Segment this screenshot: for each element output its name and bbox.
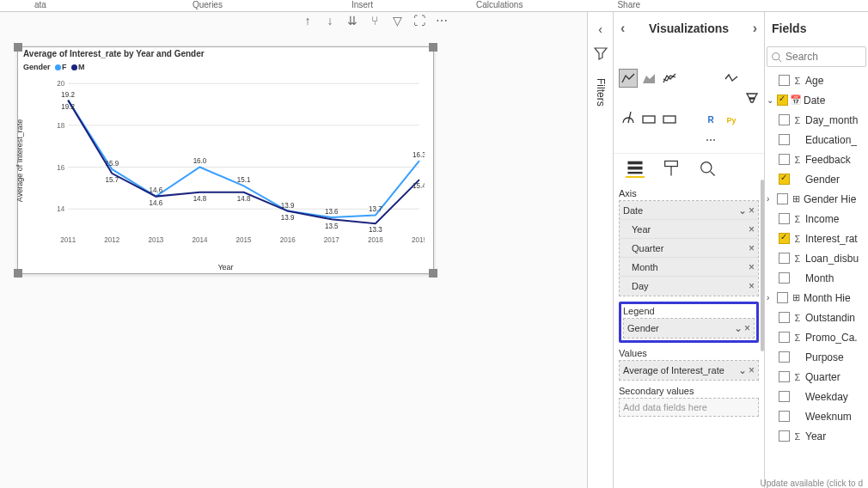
viz-type-icon[interactable]: Py — [722, 110, 741, 129]
field-group[interactable]: ⌄📅Date — [765, 90, 868, 110]
scrollbar-thumb[interactable] — [761, 180, 764, 351]
field-item[interactable]: ΣIncome — [765, 209, 868, 229]
resize-handle[interactable] — [429, 269, 437, 278]
status-bar[interactable]: Update available (click to d — [760, 479, 863, 488]
axis-well-item[interactable]: Year× — [620, 220, 758, 239]
viz-type-icon[interactable] — [619, 110, 638, 129]
resize-handle[interactable] — [14, 43, 22, 52]
remove-icon[interactable]: × — [749, 364, 755, 376]
viz-type-icon[interactable]: 123 — [639, 110, 658, 129]
viz-type-icon[interactable] — [619, 89, 638, 108]
field-checkbox[interactable] — [779, 312, 790, 323]
fields-search-input[interactable]: Search — [767, 46, 866, 67]
ribbon-tab[interactable]: Calculations — [476, 0, 523, 11]
field-checkbox[interactable] — [779, 134, 790, 145]
field-checkbox[interactable] — [779, 351, 790, 363]
viz-type-icon[interactable] — [639, 48, 658, 67]
filters-funnel-icon[interactable] — [594, 46, 608, 63]
remove-icon[interactable]: × — [749, 242, 755, 254]
axis-well-item[interactable]: Quarter× — [620, 239, 758, 258]
report-canvas[interactable]: ↑ ↓ ⇊ ⑂ ▽ ⛶ ⋯ Average of Interest_rate b… — [0, 12, 588, 488]
field-checkbox[interactable] — [779, 233, 790, 244]
drill-up-icon[interactable]: ↑ — [301, 14, 315, 27]
viz-type-icon[interactable] — [681, 69, 700, 88]
field-group[interactable]: ›⊞Gender Hie — [765, 189, 868, 209]
analytics-mode-icon[interactable] — [698, 159, 717, 178]
resize-handle[interactable] — [429, 43, 437, 52]
field-checkbox[interactable] — [779, 213, 790, 224]
viz-type-icon[interactable] — [743, 89, 761, 108]
expand-down-icon[interactable]: ⇊ — [345, 14, 359, 27]
focus-icon[interactable]: ⛶ — [413, 14, 426, 27]
field-item[interactable]: ΣDay_month — [765, 110, 868, 130]
field-item[interactable]: ΣFeedback — [765, 149, 868, 169]
viz-type-icon[interactable] — [701, 69, 720, 88]
chevron-down-icon[interactable]: ⌄ — [738, 204, 747, 217]
viz-type-icon[interactable]: R — [701, 110, 720, 129]
field-checkbox[interactable] — [779, 174, 790, 185]
viz-type-icon[interactable] — [743, 110, 761, 129]
viz-type-icon[interactable] — [619, 48, 638, 67]
viz-type-icon[interactable] — [681, 89, 700, 108]
viz-type-icon[interactable] — [660, 48, 679, 67]
viz-type-icon[interactable] — [722, 48, 741, 67]
remove-icon[interactable]: × — [744, 322, 750, 334]
field-checkbox[interactable] — [779, 253, 790, 264]
legend-well[interactable]: Gender ⌄× — [623, 318, 755, 339]
viz-type-icon[interactable] — [681, 48, 700, 67]
ribbon-tab[interactable]: ata — [34, 0, 46, 11]
viz-type-icon[interactable] — [660, 131, 679, 149]
viz-type-icon[interactable] — [619, 69, 638, 88]
filter-icon[interactable]: ▽ — [390, 14, 404, 27]
field-checkbox[interactable] — [779, 75, 790, 86]
viz-type-icon[interactable] — [722, 69, 741, 88]
fields-mode-icon[interactable] — [626, 159, 645, 178]
remove-icon[interactable]: × — [749, 223, 755, 235]
values-well-item[interactable]: Average of Interest_rate ⌄× — [620, 361, 758, 380]
field-checkbox[interactable] — [777, 292, 788, 303]
ribbon-tab[interactable]: Insert — [351, 0, 373, 11]
secondary-values-well[interactable]: Add data fields here — [619, 398, 759, 417]
field-item[interactable]: Purpose — [765, 347, 868, 367]
collapse-chevron-icon[interactable]: ‹ — [620, 21, 625, 36]
field-item[interactable]: Month — [765, 268, 868, 288]
viz-type-icon[interactable] — [743, 48, 761, 67]
field-item[interactable]: ΣInterest_rat — [765, 229, 868, 248]
expand-chevron-icon[interactable]: ‹ — [598, 22, 602, 36]
viz-type-icon[interactable] — [660, 69, 679, 88]
viz-type-icon[interactable] — [660, 110, 679, 129]
field-checkbox[interactable] — [779, 430, 790, 442]
viz-type-icon[interactable] — [722, 89, 741, 108]
more-icon[interactable]: ⋯ — [435, 14, 449, 27]
expand-chevron-icon[interactable]: › — [753, 21, 757, 36]
field-item[interactable]: ΣYear — [765, 426, 868, 446]
field-checkbox[interactable] — [777, 95, 788, 106]
remove-icon[interactable]: × — [749, 204, 755, 217]
drill-down-icon[interactable]: ↓ — [323, 14, 337, 27]
viz-type-icon[interactable] — [701, 89, 720, 108]
axis-well-item[interactable]: Day× — [620, 277, 758, 296]
legend-well-item[interactable]: Gender ⌄× — [624, 319, 754, 338]
field-item[interactable]: Weekday — [765, 387, 868, 406]
viz-type-icon[interactable] — [701, 48, 720, 67]
field-checkbox[interactable] — [779, 272, 790, 284]
viz-type-icon[interactable] — [660, 89, 679, 108]
chevron-down-icon[interactable]: ⌄ — [738, 364, 747, 376]
field-group[interactable]: ›⊞Month Hie — [765, 288, 868, 308]
field-item[interactable]: Gender — [765, 169, 868, 189]
line-chart-visual[interactable]: Average of Interest_rate by Year and Gen… — [17, 46, 434, 274]
field-checkbox[interactable] — [779, 114, 790, 125]
viz-type-icon[interactable] — [639, 131, 658, 149]
viz-type-icon[interactable] — [619, 131, 638, 149]
axis-well-item[interactable]: Month× — [620, 258, 758, 277]
field-item[interactable]: Education_ — [765, 130, 868, 149]
field-item[interactable]: ΣOutstandin — [765, 308, 868, 327]
filters-pane-label[interactable]: Filters — [595, 78, 607, 107]
field-checkbox[interactable] — [779, 391, 790, 402]
remove-icon[interactable]: × — [749, 280, 755, 292]
axis-well-header[interactable]: Date ⌄× — [620, 201, 758, 220]
chevron-down-icon[interactable]: ⌄ — [734, 322, 743, 334]
viz-type-icon[interactable] — [639, 89, 658, 108]
viz-type-icon[interactable] — [681, 131, 700, 149]
resize-handle[interactable] — [14, 269, 22, 278]
